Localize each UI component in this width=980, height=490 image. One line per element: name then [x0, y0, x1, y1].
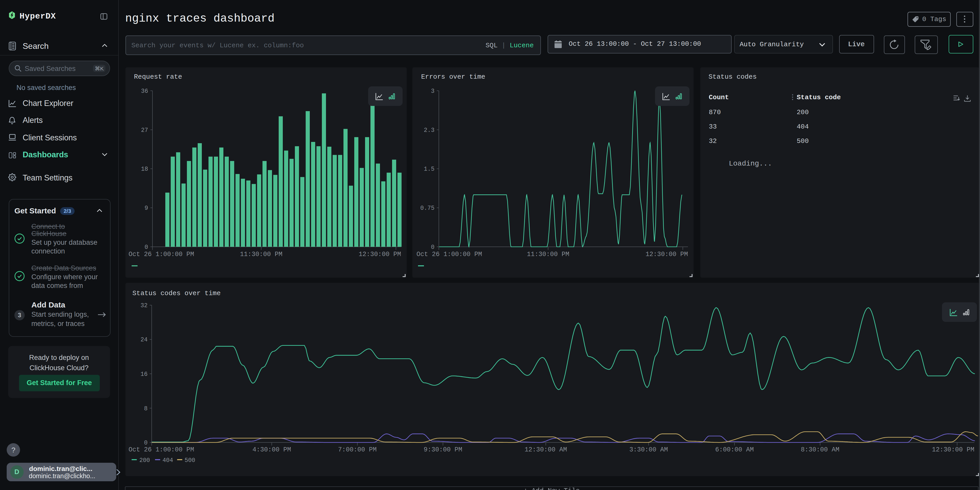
svg-text:404: 404 — [162, 457, 173, 464]
svg-text:2.3: 2.3 — [424, 127, 434, 134]
svg-text:0: 0 — [144, 440, 148, 446]
svg-text:12:30:00 AM: 12:30:00 AM — [525, 446, 567, 453]
svg-text:8:30:00 AM: 8:30:00 AM — [801, 446, 839, 453]
svg-text:8: 8 — [144, 406, 148, 412]
svg-text:12:30:00 PM: 12:30:00 PM — [646, 251, 688, 258]
svg-text:4:30:00 PM: 4:30:00 PM — [253, 446, 291, 453]
svg-text:36: 36 — [141, 88, 148, 95]
svg-text:Oct 26 1:00:00 PM: Oct 26 1:00:00 PM — [129, 251, 194, 258]
svg-text:3:30:00 AM: 3:30:00 AM — [629, 446, 668, 453]
svg-text:500: 500 — [185, 457, 195, 464]
svg-text:24: 24 — [140, 337, 148, 343]
svg-text:9: 9 — [145, 205, 148, 212]
svg-text:9:30:00 PM: 9:30:00 PM — [424, 446, 462, 453]
svg-text:32: 32 — [140, 302, 148, 309]
svg-text:16: 16 — [140, 371, 148, 378]
svg-text:0: 0 — [145, 244, 148, 251]
svg-text:1.5: 1.5 — [424, 166, 434, 172]
svg-text:Oct 26 1:00:00 PM: Oct 26 1:00:00 PM — [129, 446, 194, 453]
svg-text:6:00:00 AM: 6:00:00 AM — [715, 446, 754, 453]
svg-text:0: 0 — [431, 244, 434, 251]
svg-text:3: 3 — [431, 88, 434, 95]
svg-text:18: 18 — [141, 166, 148, 172]
svg-text:0.75: 0.75 — [420, 205, 434, 212]
svg-text:11:30:00 PM: 11:30:00 PM — [240, 251, 282, 258]
svg-text:200: 200 — [139, 457, 150, 464]
svg-text:27: 27 — [141, 127, 148, 134]
svg-text:12:30:00 PM: 12:30:00 PM — [932, 446, 974, 453]
svg-text:Oct 26 1:00:00 PM: Oct 26 1:00:00 PM — [417, 251, 482, 258]
svg-text:7:00:00 PM: 7:00:00 PM — [338, 446, 377, 453]
svg-text:12:30:00 PM: 12:30:00 PM — [359, 251, 401, 258]
svg-text:11:30:00 PM: 11:30:00 PM — [527, 251, 569, 258]
